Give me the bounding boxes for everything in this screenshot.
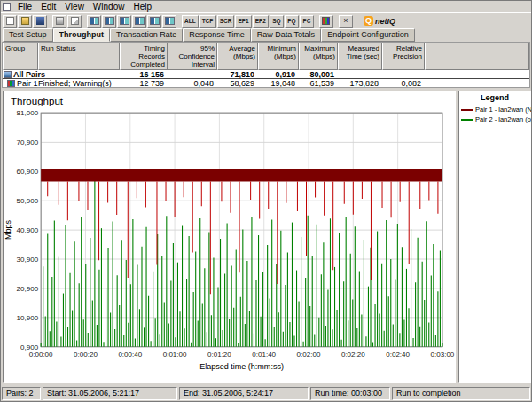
value-cell: 0,910 — [258, 70, 299, 79]
svg-text:0:02:00: 0:02:00 — [297, 351, 321, 359]
view-toggle-4-button[interactable] — [132, 15, 146, 28]
toolbar-filter-all[interactable]: ALL — [182, 15, 199, 28]
column-header-maximum[interactable]: Maximum (Mbps) — [299, 43, 338, 70]
status-cell-3: Run time: 00:03:00 — [310, 387, 390, 400]
toolbar-filter-pq[interactable]: PQ — [285, 15, 299, 28]
results-table: GroupRun StatusTiming Records Completed9… — [2, 42, 530, 88]
menu-window[interactable]: Window — [89, 2, 129, 12]
app-window: FileEditViewWindowHelp ALLTCPSCREP1EP2SQ… — [0, 0, 532, 402]
view-toggle-1-button[interactable] — [87, 15, 101, 28]
value-cell: 0,082 — [382, 79, 425, 88]
column-header-run-status[interactable]: Run Status — [38, 43, 120, 70]
results-table-body: All Pairs16 15671,8100,91080,001Pair 1Fi… — [3, 70, 529, 88]
svg-text:50,900: 50,900 — [17, 197, 39, 205]
filler-cell — [425, 70, 529, 79]
chart-view-icon — [322, 17, 330, 25]
new-test-icon — [6, 17, 14, 25]
status-cell-4: Run to completion — [392, 387, 530, 400]
copy-button[interactable] — [67, 15, 82, 28]
view-toggle-4-icon — [135, 17, 145, 25]
value-cell — [338, 70, 382, 79]
svg-text:0:00:20: 0:00:20 — [74, 351, 98, 359]
value-cell: 19,048 — [258, 79, 299, 88]
column-header-measured[interactable]: Measured Time (sec) — [338, 43, 382, 70]
value-cell: 58,629 — [217, 79, 258, 88]
legend-items: Pair 1 - lan2wan (N)Pair 2 - lan2wan (o) — [459, 105, 530, 124]
legend-title: Legend — [459, 91, 530, 105]
chart-panel: Throughput81,00070,90060,90050,90040,900… — [3, 91, 456, 383]
toolbar-filter-scr[interactable]: SCR — [217, 15, 235, 28]
run-status-cell — [38, 70, 120, 79]
view-toggle-5-button[interactable] — [147, 15, 161, 28]
tab-test-setup[interactable]: Test Setup — [3, 28, 53, 42]
menu-help[interactable]: Help — [129, 2, 156, 12]
status-cell-2: End: 31.05.2006, 5:24:17 — [179, 387, 309, 400]
column-header-relative[interactable]: Relative Precision — [382, 43, 425, 70]
close-view-button[interactable] — [339, 15, 353, 28]
column-header-average[interactable]: Average (Mbps) — [217, 43, 258, 70]
tab-transaction-rate[interactable]: Transaction Rate — [110, 28, 183, 42]
svg-text:0:01:40: 0:01:40 — [252, 351, 276, 359]
svg-text:0:01:20: 0:01:20 — [207, 351, 231, 359]
print-icon — [56, 17, 64, 25]
copy-icon — [71, 17, 79, 25]
view-toggle-5-icon — [150, 17, 160, 25]
svg-text:0:02:40: 0:02:40 — [386, 351, 410, 359]
legend-label: Pair 2 - lan2wan (o) — [475, 115, 532, 123]
column-header-group[interactable]: Group — [3, 43, 38, 70]
toolbar-filter-ep1[interactable]: EP1 — [235, 15, 251, 28]
column-header-95-confidence[interactable]: 95% Confidence Interval — [168, 43, 217, 70]
netiq-logo-text: netIQ — [375, 17, 395, 26]
value-cell: 12 739 — [120, 79, 168, 88]
svg-text:0:00:00: 0:00:00 — [29, 351, 53, 359]
value-cell — [382, 70, 425, 79]
tab-throughput[interactable]: Throughput — [53, 28, 110, 42]
view-toggle-3-button[interactable] — [117, 15, 131, 28]
save-test-button[interactable] — [33, 15, 47, 28]
group-label: Pair 1 — [17, 79, 38, 88]
table-row-all-pairs[interactable]: All Pairs16 15671,8100,91080,001 — [3, 70, 529, 79]
column-header-minimum[interactable]: Minimum (Mbps) — [258, 43, 299, 70]
toolbar-group — [3, 15, 47, 28]
tab-raw-data-totals[interactable]: Raw Data Totals — [251, 28, 321, 42]
svg-text:60,900: 60,900 — [17, 168, 39, 176]
print-button[interactable] — [52, 15, 66, 28]
column-header-timing-records[interactable]: Timing Records Completed — [120, 43, 168, 70]
menu-file[interactable]: File — [13, 2, 36, 12]
menu-edit[interactable]: Edit — [36, 2, 60, 12]
svg-text:40,900: 40,900 — [17, 226, 39, 234]
chart-view-button[interactable] — [319, 15, 333, 28]
svg-text:0:03:00: 0:03:00 — [431, 351, 455, 359]
toolbar-filter-sq[interactable]: SQ — [270, 15, 284, 28]
svg-text:20,900: 20,900 — [17, 285, 39, 293]
tab-endpoint-configuration[interactable]: Endpoint Configuration — [321, 28, 415, 42]
group-cell: All Pairs — [3, 70, 38, 79]
netiq-q-icon: Q — [364, 16, 373, 26]
toolbar-filter-pc[interactable]: PC — [300, 15, 314, 28]
view-toggle-2-button[interactable] — [102, 15, 116, 28]
new-test-button[interactable] — [3, 15, 17, 28]
all-pairs-icon — [4, 71, 12, 78]
svg-text:81,000: 81,000 — [17, 109, 39, 117]
legend-item-pair-2-lan2wan-o[interactable]: Pair 2 - lan2wan (o) — [459, 114, 530, 124]
menu-view[interactable]: View — [60, 2, 89, 12]
results-table-header: GroupRun StatusTiming Records Completed9… — [3, 43, 529, 70]
toolbar-group — [87, 15, 176, 28]
toolbar-filter-ep2[interactable]: EP2 — [253, 15, 269, 28]
legend-label: Pair 1 - lan2wan (N) — [475, 106, 532, 114]
svg-text:0:02:20: 0:02:20 — [341, 351, 365, 359]
value-cell: 173,828 — [338, 79, 382, 88]
close-view-icon — [341, 17, 349, 25]
toolbar-filter-tcp[interactable]: TCP — [200, 15, 216, 28]
tab-response-time[interactable]: Response Time — [183, 28, 251, 42]
save-test-icon — [36, 17, 44, 25]
svg-text:10,900: 10,900 — [17, 314, 39, 322]
view-toggle-6-button[interactable] — [162, 15, 176, 28]
svg-text:70,900: 70,900 — [17, 138, 39, 146]
open-test-button[interactable] — [18, 15, 32, 28]
table-row-pair-1[interactable]: Pair 1Finished; Warning(s)12 7390,04858,… — [3, 79, 529, 88]
svg-text:30,900: 30,900 — [17, 256, 39, 264]
value-cell — [168, 70, 217, 79]
legend-item-pair-1-lan2wan-n[interactable]: Pair 1 - lan2wan (N) — [459, 105, 530, 114]
toolbar-group — [52, 15, 82, 28]
